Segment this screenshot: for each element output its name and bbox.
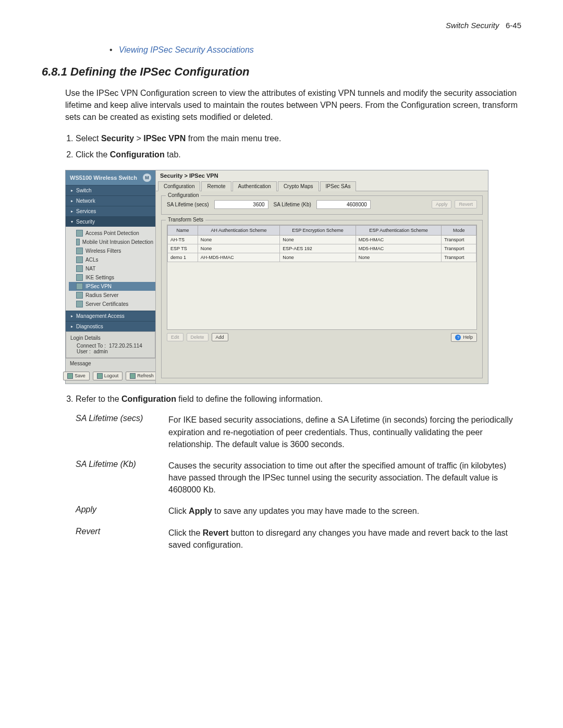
apply-button[interactable]: Apply <box>432 200 452 208</box>
tree-wireless-filters[interactable]: Wireless Filters <box>69 246 155 255</box>
step-list-cont: Refer to the Configuration field to defi… <box>65 392 521 406</box>
sa-lifetime-secs-input[interactable]: 3600 <box>214 200 268 209</box>
message-panel: Message <box>66 358 155 368</box>
col-esp-enc[interactable]: ESP Encryption Scheme <box>280 225 356 235</box>
help-button[interactable]: ?Help <box>451 333 477 342</box>
col-ah-auth[interactable]: AH Authentication Scheme <box>198 225 279 235</box>
sidebar-button-row: Save Logout Refresh <box>66 368 155 384</box>
revert-button[interactable]: Revert <box>455 200 477 208</box>
tree-icon <box>76 283 83 290</box>
save-button[interactable]: Save <box>63 372 90 380</box>
definitions-table: SA Lifetime (secs) For IKE based securit… <box>76 414 521 551</box>
tree-icon <box>76 274 83 281</box>
col-esp-auth[interactable]: ESP Authentication Scheme <box>356 225 442 235</box>
section-heading: 6.8.1 Defining the IPSec Configuration <box>42 65 521 79</box>
message-label: Message <box>70 361 91 366</box>
user-label: User : <box>77 349 91 354</box>
nav-security[interactable]: ▾Security <box>66 216 155 227</box>
user-value: admin <box>94 349 108 354</box>
def-term: SA Lifetime (secs) <box>76 414 159 450</box>
transform-sets-grid[interactable]: Name AH Authentication Scheme ESP Encryp… <box>167 225 477 330</box>
def-desc: For IKE based security associations, def… <box>168 414 521 450</box>
tree-icon <box>76 301 83 307</box>
table-row[interactable]: AH-TS None None MD5-HMAC Transport <box>168 235 476 244</box>
sa-lifetime-kb-label: SA Lifetime (Kb) <box>274 202 311 207</box>
bullet-icon: • <box>109 45 113 54</box>
tree-access-point-detection[interactable]: Access Point Detection <box>69 229 155 238</box>
refresh-button[interactable]: Refresh <box>126 372 158 380</box>
brand-badge-icon: M <box>143 174 151 182</box>
step-2: Click the Configuration tab. <box>76 148 521 162</box>
main-pane: Security > IPSec VPN Configuration Remot… <box>155 170 488 384</box>
connect-to-value: 172.20.25.114 <box>109 343 142 349</box>
def-desc: Causes the security association to time … <box>168 460 521 496</box>
chevron-right-icon: ▸ <box>71 199 73 203</box>
tab-remote[interactable]: Remote <box>201 181 231 191</box>
delete-button[interactable]: Delete <box>187 333 209 341</box>
tree-icon <box>76 292 83 299</box>
tab-ipsec-sas[interactable]: IPSec SAs <box>320 181 357 191</box>
transform-sets-legend: Transform Sets <box>166 217 205 223</box>
col-mode[interactable]: Mode <box>442 225 476 235</box>
tree-server-certificates[interactable]: Server Certificates <box>69 300 155 309</box>
sidebar: WS5100 Wireless Switch M ▸Switch ▸Networ… <box>66 170 155 384</box>
def-desc: Click Apply to save any updates you may … <box>168 505 521 517</box>
login-details-title: Login Details <box>70 335 151 341</box>
cross-ref-link[interactable]: Viewing IPSec Security Associations <box>119 45 254 54</box>
step-1: Select Security > IPSec VPN from the mai… <box>76 132 521 145</box>
tree-icon <box>76 265 83 272</box>
chevron-down-icon: ▾ <box>71 219 73 224</box>
page-header: Switch Security 6-45 <box>42 21 521 30</box>
def-row: Revert Click the Revert button to disreg… <box>76 527 521 551</box>
chevron-right-icon: ▸ <box>71 209 73 214</box>
help-icon: ? <box>455 335 461 340</box>
tab-configuration[interactable]: Configuration <box>158 181 200 191</box>
header-page-number: 6-45 <box>506 21 521 30</box>
edit-button[interactable]: Edit <box>167 333 183 341</box>
logout-button[interactable]: Logout <box>93 372 123 380</box>
tree-icon <box>76 256 83 263</box>
nav-services[interactable]: ▸Services <box>66 206 155 216</box>
chevron-right-icon: ▸ <box>71 324 73 329</box>
security-tree: Access Point Detection Mobile Unit Intru… <box>66 227 155 311</box>
tree-icon <box>76 248 83 254</box>
nav-network[interactable]: ▸Network <box>66 195 155 206</box>
nav-diagnostics[interactable]: ▸Diagnostics <box>66 321 155 331</box>
embedded-screenshot: WS5100 Wireless Switch M ▸Switch ▸Networ… <box>65 170 488 384</box>
tab-authentication[interactable]: Authentication <box>232 181 277 191</box>
tree-icon <box>76 239 80 245</box>
tab-crypto-maps[interactable]: Crypto Maps <box>278 181 319 191</box>
step-3: Refer to the Configuration field to defi… <box>76 392 521 406</box>
nav-switch[interactable]: ▸Switch <box>66 185 155 195</box>
logout-icon <box>97 373 103 379</box>
brand-bar: WS5100 Wireless Switch M <box>66 170 155 185</box>
def-desc: Click the Revert button to disregard any… <box>168 527 521 551</box>
configuration-fieldset: Configuration SA Lifetime (secs) 3600 SA… <box>161 195 483 215</box>
def-term: Revert <box>76 527 159 551</box>
table-row[interactable]: ESP TS None ESP-AES 192 MD5-HMAC Transpo… <box>168 244 476 253</box>
tree-ike-settings[interactable]: IKE Settings <box>69 273 155 282</box>
def-row: SA Lifetime (secs) For IKE based securit… <box>76 414 521 450</box>
nav-management-access[interactable]: ▸Management Access <box>66 311 155 321</box>
login-details-panel: Login Details Connect To :172.20.25.114 … <box>66 331 155 358</box>
col-name[interactable]: Name <box>168 225 198 235</box>
tree-nat[interactable]: NAT <box>69 264 155 273</box>
table-row[interactable]: demo 1 AH-MD5-HMAC None None Transport <box>168 253 476 262</box>
add-button[interactable]: Add <box>212 333 228 341</box>
tree-mobile-unit-intrusion[interactable]: Mobile Unit Intrusion Detection <box>69 238 155 246</box>
section-number: 6.8.1 <box>42 65 67 78</box>
chevron-right-icon: ▸ <box>71 314 73 318</box>
header-title: Switch Security <box>446 21 499 30</box>
sa-lifetime-kb-input[interactable]: 4608000 <box>316 200 371 209</box>
brand-title: WS5100 Wireless Switch <box>70 175 137 181</box>
transform-sets-fieldset: Transform Sets Name AH Authentication Sc… <box>161 220 483 378</box>
tree-radius-server[interactable]: Radius Server <box>69 291 155 300</box>
tree-ipsec-vpn[interactable]: IPSec VPN <box>69 282 155 291</box>
def-row: SA Lifetime (Kb) Causes the security ass… <box>76 460 521 496</box>
intro-paragraph: Use the IPSec VPN Configuration screen t… <box>65 87 521 124</box>
refresh-icon <box>130 373 136 379</box>
cross-ref-bullet: • Viewing IPSec Security Associations <box>109 45 521 55</box>
connect-to-label: Connect To : <box>77 343 106 349</box>
tree-acls[interactable]: ACLs <box>69 255 155 264</box>
def-row: Apply Click Apply to save any updates yo… <box>76 505 521 517</box>
